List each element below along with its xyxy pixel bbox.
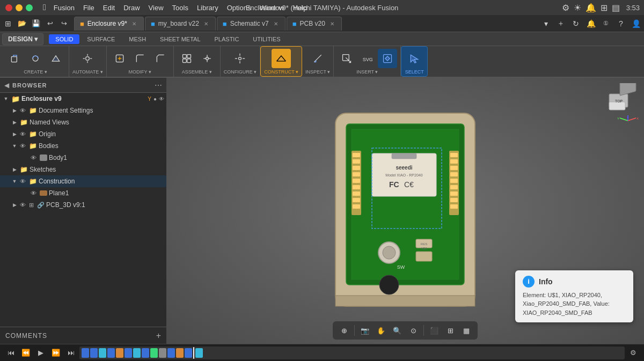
timeline-item-2[interactable]: [90, 348, 98, 358]
mode-tab-utilities[interactable]: UTILITIES: [246, 34, 287, 44]
assemble-joint-btn[interactable]: [197, 49, 217, 68]
timeline-item-1[interactable]: [82, 348, 89, 358]
create-revolve-btn[interactable]: [26, 49, 45, 68]
browser-collapse[interactable]: ◀: [4, 82, 9, 89]
tree-item-origin[interactable]: ▶ 👁 📁 Origin: [0, 128, 166, 140]
select-btn[interactable]: [405, 49, 424, 68]
expand-bodies[interactable]: ▼: [11, 142, 18, 150]
menu-file[interactable]: File: [79, 3, 99, 13]
vb-pivot-btn[interactable]: ⊕: [337, 323, 351, 337]
expand-named-views[interactable]: ▶: [11, 119, 18, 126]
menu-edit[interactable]: Edit: [99, 3, 119, 13]
timeline-item-6[interactable]: [125, 348, 132, 358]
modify-fillet-btn[interactable]: [130, 49, 150, 68]
create-extrude-btn[interactable]: [5, 49, 25, 68]
timeline-step-forward[interactable]: ⏩: [49, 347, 62, 359]
menu-draw[interactable]: Draw: [119, 3, 144, 13]
expand-sketches[interactable]: ▶: [11, 166, 18, 173]
menu-view[interactable]: View: [144, 3, 168, 13]
automate-btn[interactable]: [78, 49, 97, 68]
create-loft-btn[interactable]: [46, 49, 65, 68]
tree-item-body1[interactable]: ▶ 👁 Body1: [0, 152, 166, 164]
open-button[interactable]: 📂: [16, 18, 28, 30]
timeline-item-14[interactable]: [195, 348, 203, 358]
timeline-item-4[interactable]: [107, 348, 115, 358]
minimize-button[interactable]: [16, 4, 23, 11]
mode-tab-mesh[interactable]: MESH: [122, 34, 152, 44]
menu-fusion[interactable]: Fusion: [49, 3, 79, 13]
apps-button[interactable]: ⊞: [2, 18, 14, 30]
construct-plane-btn[interactable]: [272, 49, 291, 68]
expand-construction[interactable]: ▼: [11, 178, 18, 185]
mode-tab-plastic[interactable]: PLASTIC: [208, 34, 246, 44]
tab-schematic-close[interactable]: ✕: [272, 20, 280, 27]
insert-derive-btn[interactable]: [337, 49, 356, 68]
timeline-play[interactable]: ▶: [34, 347, 47, 359]
vb-camera-btn[interactable]: 📷: [358, 323, 372, 337]
tab-enclosure-close[interactable]: ✕: [130, 20, 138, 27]
expand-pcb3d[interactable]: ▶: [11, 201, 18, 209]
nav-cube[interactable]: TOP X Y Z: [606, 83, 639, 115]
tab-notif[interactable]: 🔔: [585, 18, 597, 30]
modify-chamfer-btn[interactable]: [151, 49, 170, 68]
mode-tab-sheetmetal[interactable]: SHEET METAL: [153, 34, 207, 44]
vb-fit-btn[interactable]: ⊙: [406, 323, 420, 337]
timeline-item-13[interactable]: [185, 348, 192, 358]
tab-enclosure[interactable]: ■ Enclosure v9* ✕: [74, 17, 144, 31]
menu-options[interactable]: Options: [223, 3, 255, 13]
vb-zoom-btn[interactable]: 🔍: [390, 323, 404, 337]
insert-canvas-btn[interactable]: [378, 49, 397, 68]
tree-item-pcb3d[interactable]: ▶ 👁 ⊞ 🔗 PCB_3D v9:1: [0, 199, 166, 211]
tab-pcb[interactable]: ■ PCB v20 ✕: [287, 17, 342, 31]
timeline-item-9[interactable]: [150, 348, 158, 358]
tree-item-enclosure[interactable]: ▼ 📁 Enclosure v9 Y ● 👁: [0, 93, 166, 105]
add-comment-btn[interactable]: +: [156, 331, 161, 341]
vb-pan-btn[interactable]: ✋: [374, 323, 388, 337]
timeline-item-8[interactable]: [142, 348, 149, 358]
menu-library[interactable]: Library: [193, 3, 223, 13]
modify-press-btn[interactable]: [110, 49, 129, 68]
save-button[interactable]: 💾: [30, 18, 42, 30]
tab-new[interactable]: ＋: [555, 18, 567, 30]
timeline-item-3[interactable]: [99, 348, 106, 358]
tab-schematic[interactable]: ■ Schematic v7 ✕: [217, 17, 286, 31]
timeline-to-end[interactable]: ⏭: [64, 347, 77, 359]
tree-item-construction[interactable]: ▼ 👁 📁 Construction: [0, 175, 166, 187]
tab-dropdown[interactable]: ▾: [540, 18, 552, 30]
timeline-item-11[interactable]: [167, 348, 175, 358]
tab-myboard[interactable]: ■ my_board v22 ✕: [145, 17, 216, 31]
browser-settings[interactable]: ⋯: [155, 81, 162, 90]
expand-doc-settings[interactable]: ▶: [11, 107, 18, 114]
mode-tab-surface[interactable]: SURFACE: [80, 34, 121, 44]
tab-refresh[interactable]: ↻: [570, 18, 582, 30]
maximize-button[interactable]: [26, 4, 33, 11]
expand-enclosure[interactable]: ▼: [2, 95, 10, 102]
timeline-item-10[interactable]: [159, 348, 166, 358]
tab-myboard-close[interactable]: ✕: [202, 20, 210, 27]
assemble-new-btn[interactable]: [177, 49, 196, 68]
tree-item-named-views[interactable]: ▶ 📁 Named Views: [0, 116, 166, 128]
timeline-item-12[interactable]: [176, 348, 184, 358]
menu-help[interactable]: Help: [289, 3, 312, 13]
tab-count[interactable]: ①: [600, 18, 612, 30]
configure-btn[interactable]: [230, 49, 250, 68]
timeline-track[interactable]: [79, 347, 625, 359]
tree-item-sketches[interactable]: ▶ 📁 Sketches: [0, 164, 166, 175]
mode-tab-solid[interactable]: SOLID: [49, 34, 79, 44]
timeline-item-5[interactable]: [116, 348, 123, 358]
menu-tools[interactable]: Tools: [168, 3, 193, 13]
vb-env-btn[interactable]: ▦: [459, 323, 473, 337]
tree-item-plane1[interactable]: ▶ 👁 Plane1: [0, 187, 166, 199]
insert-svg-btn[interactable]: SVG: [357, 49, 377, 68]
undo-button[interactable]: ↩: [44, 18, 56, 30]
timeline-item-7[interactable]: [133, 348, 141, 358]
timeline-step-back[interactable]: ⏪: [19, 347, 32, 359]
design-button[interactable]: DESIGN ▾: [2, 33, 43, 45]
tree-item-doc-settings[interactable]: ▶ 👁 📁 Document Settings: [0, 105, 166, 116]
tab-pcb-close[interactable]: ✕: [328, 20, 336, 27]
close-button[interactable]: [5, 4, 12, 11]
tab-avatar[interactable]: 👤: [630, 18, 642, 30]
tree-item-bodies[interactable]: ▼ 👁 📁 Bodies: [0, 140, 166, 152]
vb-grid-btn[interactable]: ⊞: [443, 323, 457, 337]
expand-origin[interactable]: ▶: [11, 130, 18, 138]
